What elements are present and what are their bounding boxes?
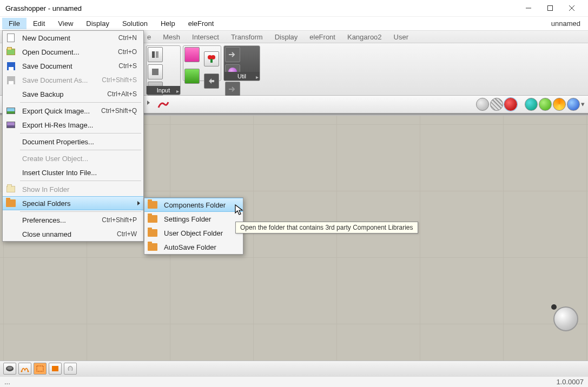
cursor-icon [235,204,246,218]
status-version: 1.0.0007 [556,378,584,386]
svg-point-16 [28,371,29,372]
svg-rect-5 [156,51,158,58]
bb-button[interactable] [49,363,62,375]
svg-rect-17 [37,366,43,371]
dropdown-icon[interactable] [147,101,150,105]
floppy-icon [7,62,15,70]
menu-view[interactable]: View [51,18,80,29]
status-left: ... [4,378,10,386]
panel-expand-icon[interactable]: ▸ [176,88,179,94]
tab-mesh[interactable]: Mesh [162,32,181,42]
ribbon-button[interactable] [184,69,200,84]
panel-util-b: Util ▸ [223,45,260,81]
ribbon-button[interactable] [225,47,240,62]
bottombar [0,361,588,376]
tab-user[interactable]: User [393,32,409,42]
ribbon-button[interactable] [184,47,200,62]
svg-rect-4 [152,51,155,58]
svg-point-15 [21,371,23,372]
menu-export-hires[interactable]: Export Hi-Res Image... [3,118,143,132]
svg-rect-18 [52,366,58,371]
menu-elefront[interactable]: eleFront [182,18,221,29]
ribbon-button[interactable] [225,82,240,97]
menu-help[interactable]: Help [154,18,182,29]
ribbon-button[interactable] [148,64,163,79]
menu-new-document[interactable]: New DocumentCtrl+N [3,31,143,45]
doc-name-label: unnamed [551,19,586,28]
menu-close[interactable]: Close unnamedCtrl+W [3,227,143,241]
tab-transform[interactable]: Transform [230,32,264,42]
folder-icon [148,201,157,209]
tab-kangaroo2[interactable]: Kangaroo2 [346,32,383,42]
menu-doc-properties[interactable]: Document Properties... [3,135,143,149]
compass-widget[interactable] [553,306,578,331]
display-mode-icon[interactable] [490,98,503,111]
submenu-autosave-folder[interactable]: AutoSave Folder [144,240,243,254]
preview-icon[interactable] [539,98,552,111]
menu-show-in-folder[interactable]: Show In Folder [3,182,143,196]
ribbon-button[interactable] [148,47,163,62]
menu-open-document[interactable]: Open Document...Ctrl+O [3,45,143,59]
menu-display[interactable]: Display [80,18,116,29]
folder-icon [148,229,157,237]
panel-expand-icon[interactable]: ▸ [256,74,259,80]
folder-icon [6,199,16,207]
menu-preferences[interactable]: Preferences...Ctrl+Shift+P [3,213,143,227]
folder-icon [6,186,15,192]
dropdown-icon[interactable]: ▾ [581,100,585,111]
bb-button[interactable] [64,363,77,375]
panel-util-a [183,45,221,81]
preview-icon[interactable] [525,98,538,111]
image-icon [6,108,15,114]
image-icon [6,122,15,128]
tab-display[interactable]: Display [274,32,299,42]
minimize-button[interactable] [518,0,539,16]
submenu-settings-folder[interactable]: Settings Folder [144,212,243,226]
bb-button[interactable] [3,363,16,375]
titlebar: Grasshopper - unnamed [0,0,588,16]
menu-special-folders[interactable]: Special Folders [3,196,143,210]
svg-rect-6 [152,69,158,75]
menu-solution[interactable]: Solution [116,18,154,29]
menu-create-user-object[interactable]: Create User Object... [3,151,143,165]
svg-point-11 [211,55,215,59]
display-mode-selected-icon[interactable] [504,98,517,111]
folder-icon [148,243,157,251]
menu-insert-cluster[interactable]: Insert Cluster Into File... [3,165,143,179]
submenu-components-folder[interactable]: Components Folder [144,198,243,212]
menu-save-as[interactable]: Save Document As...Ctrl+Shift+S [3,73,143,87]
menu-edit[interactable]: Edit [27,18,51,29]
tab-partial[interactable]: e [146,32,152,42]
preview-icon[interactable] [567,98,580,111]
window-title: Grasshopper - unnamed [5,4,518,12]
svg-point-14 [7,366,12,370]
preview-icon[interactable] [553,98,566,111]
panel-label: Input [147,86,180,95]
submenu-user-object-folder[interactable]: User Object Folder [144,226,243,240]
bb-button[interactable] [34,363,47,375]
sketch-icon[interactable] [157,99,170,111]
special-folders-submenu: Components Folder Settings Folder User O… [144,197,243,255]
close-button[interactable] [561,0,583,16]
tab-elefront[interactable]: eleFront [308,32,336,42]
display-mode-icon[interactable] [476,98,489,111]
menu-save-backup[interactable]: Save BackupCtrl+Alt+S [3,87,143,101]
submenu-arrow-icon [137,201,140,205]
tooltip: Open the folder that contains 3rd party … [235,222,418,233]
maximize-button[interactable] [539,0,561,16]
ribbon-button[interactable] [204,51,219,66]
menu-export-quick[interactable]: Export Quick Image...Ctrl+Shift+Q [3,104,143,118]
panel-label: Util [224,72,260,81]
menubar: File Edit View Display Solution Help ele… [0,16,588,30]
svg-rect-12 [210,59,213,63]
folder-icon [148,215,157,223]
svg-rect-1 [548,6,553,11]
tab-intersect[interactable]: Intersect [191,32,220,42]
statusbar: ... 1.0.0007 [0,376,588,387]
open-folder-icon [6,49,15,55]
menu-save-document[interactable]: Save DocumentCtrl+S [3,59,143,73]
panel-input: Input ▸ [146,45,181,95]
bb-button[interactable] [18,363,31,375]
menu-file[interactable]: File [2,18,27,29]
ribbon-button[interactable] [204,74,219,89]
